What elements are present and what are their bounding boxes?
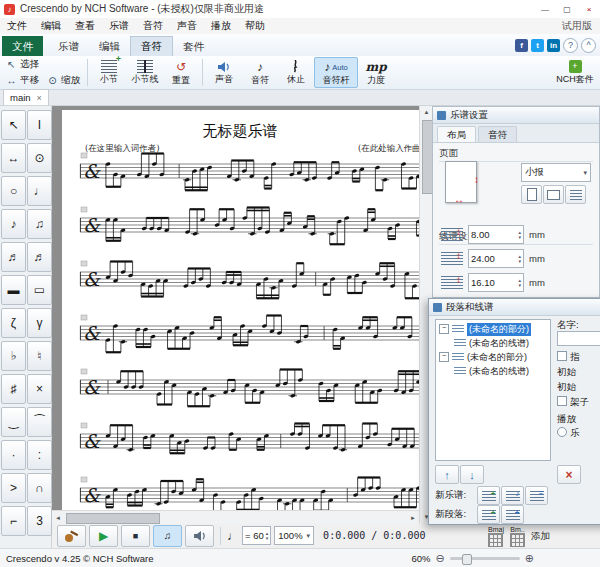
eighth-rest-button[interactable]: γ xyxy=(27,308,52,338)
sixteenth-note-button[interactable]: ♬ xyxy=(1,242,26,272)
add-chord-button[interactable]: 添加 xyxy=(531,530,550,543)
linkedin-icon[interactable]: in xyxy=(547,39,560,52)
tab-score[interactable]: 乐谱 xyxy=(48,37,89,56)
staccato-button[interactable]: : xyxy=(27,440,52,470)
rest-button[interactable]: 休止 xyxy=(278,57,314,88)
composer-placeholder[interactable]: (在此处输入作曲者) xyxy=(358,143,419,153)
note-button[interactable]: ♪ 音符 xyxy=(242,57,278,88)
line-spacing-spinner[interactable]: 8.00 ▴▾ xyxy=(468,225,524,244)
horizontal-scrollbar[interactable]: ◄ ► xyxy=(52,510,419,524)
tree-item-staff[interactable]: (未命名的线谱) xyxy=(436,336,550,350)
lyricist-placeholder[interactable]: (在这里输入词作者) xyxy=(85,143,160,153)
delete-button[interactable]: × xyxy=(557,465,581,484)
help-button[interactable]: ? xyxy=(563,38,578,53)
dynamics-button[interactable]: mp 力度 xyxy=(358,57,394,88)
sharp-button[interactable]: ♯ xyxy=(1,374,26,404)
landscape-button[interactable] xyxy=(543,185,564,204)
collapse-ribbon-button[interactable]: ^ xyxy=(581,38,596,53)
chord-item[interactable]: Bmaj xyxy=(488,526,504,547)
accent-button[interactable]: > xyxy=(1,473,26,503)
metronome-button[interactable] xyxy=(185,525,214,547)
file-menu-button[interactable]: 文件 xyxy=(2,36,43,56)
chord-item[interactable]: Bm.. xyxy=(510,526,525,547)
instrument-button[interactable] xyxy=(57,525,86,547)
slur-button[interactable]: ⁀ xyxy=(27,407,52,437)
menu-item[interactable]: 编辑 xyxy=(34,19,68,33)
double-sharp-button[interactable]: × xyxy=(27,374,52,404)
tab-main[interactable]: main × xyxy=(3,89,49,105)
new-bass-staff-button[interactable]: ♪ xyxy=(501,486,524,505)
paper-size-combo[interactable]: 小报 ▾ xyxy=(521,163,591,182)
expander-icon[interactable]: − xyxy=(439,352,449,362)
pan-tool-button[interactable]: ↔ 平移 xyxy=(2,73,43,87)
insert-tool-button[interactable]: I xyxy=(27,110,52,140)
expander-icon[interactable]: − xyxy=(439,324,449,334)
flat-button[interactable]: ♭ xyxy=(1,341,26,371)
natural-button[interactable]: ♮ xyxy=(27,341,52,371)
tab-note-settings[interactable]: 音符 xyxy=(478,126,517,142)
measure-button[interactable]: 小节 xyxy=(91,57,127,88)
repeat-button[interactable]: ⌐ xyxy=(1,506,26,536)
fermata-button[interactable]: ∩ xyxy=(27,473,52,503)
select-tool-button[interactable]: ↖ 选择 xyxy=(2,58,84,72)
tree-item-section[interactable]: − (未命名的部分) xyxy=(436,350,550,364)
staff-distance-spinner[interactable]: 24.00 ▴▾ xyxy=(468,249,524,268)
tab-notes[interactable]: 音符 xyxy=(130,36,173,56)
option-row[interactable]: 指 xyxy=(557,351,580,364)
whole-note-button[interactable]: ○ xyxy=(1,176,26,206)
checkbox-icon[interactable] xyxy=(557,351,567,361)
half-rest-button[interactable]: ▭ xyxy=(27,275,52,305)
barline-button[interactable]: 小节线 xyxy=(127,57,163,88)
new-section-button[interactable]: + xyxy=(477,505,500,524)
new-section-copy-button[interactable]: + xyxy=(501,505,524,524)
quarter-note-button[interactable]: ♪ xyxy=(1,209,26,239)
zoom-in-icon[interactable]: ⊕ xyxy=(525,552,534,565)
menu-item[interactable]: 声音 xyxy=(170,19,204,33)
score-canvas[interactable]: 无标题乐谱 (在这里输入词作者) (在此处输入作曲者) &&&&&&& xyxy=(52,106,419,510)
option-row[interactable]: 架子 xyxy=(557,396,589,409)
quarter-rest-button[interactable]: ζ xyxy=(1,308,26,338)
menu-item[interactable]: 查看 xyxy=(68,19,102,33)
maximize-button[interactable]: ▢ xyxy=(556,1,578,18)
radio-icon[interactable] xyxy=(557,427,567,437)
tab-edit[interactable]: 编辑 xyxy=(89,37,130,56)
zoom-slider-thumb[interactable] xyxy=(462,554,472,565)
stop-button[interactable]: ■ xyxy=(121,525,150,547)
tuplet-button[interactable]: 3 xyxy=(27,506,52,536)
new-treble-staff-button[interactable]: + xyxy=(477,486,500,505)
thirtysecond-note-button[interactable]: ♬ xyxy=(27,242,52,272)
close-button[interactable]: × xyxy=(578,1,600,18)
tree-item-staff[interactable]: (未命名的线谱) xyxy=(436,364,550,378)
select-tool-button[interactable]: ↖ xyxy=(1,110,26,140)
tie-button[interactable]: ‿ xyxy=(1,407,26,437)
whole-rest-button[interactable]: ▬ xyxy=(1,275,26,305)
tempo-down-icon[interactable]: ▾ xyxy=(266,536,269,541)
score-page[interactable] xyxy=(62,110,419,510)
page-staff-button[interactable] xyxy=(565,185,586,204)
menu-item[interactable]: 文件 xyxy=(0,19,34,33)
eighth-note-button[interactable]: ♫ xyxy=(27,209,52,239)
menu-item[interactable]: 播放 xyxy=(204,19,238,33)
facebook-icon[interactable]: f xyxy=(515,39,528,52)
follow-playback-button[interactable]: ♫ xyxy=(153,525,182,547)
zoom-tool-button[interactable]: ⊙ 缩放 xyxy=(43,73,84,87)
tab-suite[interactable]: 套件 xyxy=(173,37,214,56)
play-button[interactable]: ▶ xyxy=(89,525,118,547)
new-grand-staff-button[interactable]: ≡ xyxy=(525,486,548,505)
tab-layout[interactable]: 布局 xyxy=(437,126,476,142)
move-down-button[interactable]: ↓ xyxy=(460,465,484,484)
reset-button[interactable]: ↺ 重置 xyxy=(163,57,199,88)
nch-suite-button[interactable]: + NCH套件 xyxy=(552,57,598,88)
sound-button[interactable]: 声音 xyxy=(206,57,242,88)
move-up-button[interactable]: ↑ xyxy=(435,465,459,484)
tab-close-icon[interactable]: × xyxy=(37,93,42,103)
system-distance-spinner[interactable]: 16.10 ▴▾ xyxy=(468,273,524,292)
minimize-button[interactable]: — xyxy=(534,1,556,18)
twitter-icon[interactable]: t xyxy=(531,39,544,52)
menu-item[interactable]: 音符 xyxy=(136,19,170,33)
playback-zoom-combo[interactable]: 100% ▾ xyxy=(274,526,314,545)
stem-button[interactable]: ♪Auto 音符杆 xyxy=(314,57,358,88)
tempo-spinner[interactable]: = 60 ▴▾ xyxy=(242,526,271,545)
pan-tool-button[interactable]: ↔ xyxy=(1,143,26,173)
dot-button[interactable]: · xyxy=(1,440,26,470)
